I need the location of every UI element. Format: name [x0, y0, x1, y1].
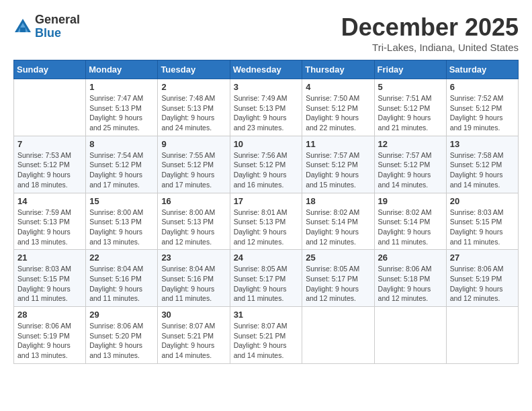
- title-block: December 2025 Tri-Lakes, Indiana, United…: [341, 13, 519, 53]
- calendar-week-row: 28Sunrise: 8:06 AM Sunset: 5:19 PM Dayli…: [14, 307, 519, 364]
- day-info: Sunrise: 8:04 AM Sunset: 5:16 PM Dayligh…: [161, 264, 226, 304]
- calendar-cell: 19Sunrise: 8:02 AM Sunset: 5:14 PM Dayli…: [374, 193, 446, 250]
- logo: General Blue: [13, 13, 80, 40]
- calendar-cell: 5Sunrise: 7:51 AM Sunset: 5:12 PM Daylig…: [374, 79, 446, 136]
- calendar-cell: 26Sunrise: 8:06 AM Sunset: 5:18 PM Dayli…: [374, 250, 446, 307]
- day-number: 11: [306, 139, 370, 149]
- weekday-header: Tuesday: [158, 60, 230, 79]
- svg-rect-2: [20, 28, 26, 32]
- day-number: 29: [89, 310, 154, 320]
- calendar-week-row: 7Sunrise: 7:53 AM Sunset: 5:12 PM Daylig…: [14, 136, 519, 193]
- day-info: Sunrise: 7:56 AM Sunset: 5:12 PM Dayligh…: [234, 150, 299, 190]
- weekday-header-row: SundayMondayTuesdayWednesdayThursdayFrid…: [14, 60, 519, 79]
- day-number: 1: [89, 82, 154, 92]
- day-number: 27: [450, 253, 515, 263]
- calendar-cell: 24Sunrise: 8:05 AM Sunset: 5:17 PM Dayli…: [230, 250, 302, 307]
- day-number: 31: [234, 310, 299, 320]
- day-info: Sunrise: 7:55 AM Sunset: 5:12 PM Dayligh…: [161, 150, 226, 190]
- weekday-header: Sunday: [14, 60, 86, 79]
- day-info: Sunrise: 8:02 AM Sunset: 5:14 PM Dayligh…: [378, 208, 443, 247]
- day-info: Sunrise: 8:06 AM Sunset: 5:18 PM Dayligh…: [378, 264, 443, 304]
- day-number: 10: [234, 139, 299, 149]
- calendar-cell: 9Sunrise: 7:55 AM Sunset: 5:12 PM Daylig…: [158, 136, 230, 193]
- day-number: 25: [306, 253, 370, 263]
- day-info: Sunrise: 8:06 AM Sunset: 5:19 PM Dayligh…: [450, 264, 515, 304]
- day-info: Sunrise: 7:51 AM Sunset: 5:12 PM Dayligh…: [378, 93, 443, 133]
- day-info: Sunrise: 7:50 AM Sunset: 5:12 PM Dayligh…: [306, 93, 370, 133]
- calendar-cell: [374, 307, 446, 364]
- day-info: Sunrise: 7:59 AM Sunset: 5:13 PM Dayligh…: [17, 208, 82, 247]
- day-info: Sunrise: 7:49 AM Sunset: 5:13 PM Dayligh…: [234, 93, 299, 133]
- day-number: 20: [450, 196, 515, 206]
- calendar-cell: 28Sunrise: 8:06 AM Sunset: 5:19 PM Dayli…: [14, 307, 86, 364]
- logo-general-text: General: [35, 13, 80, 27]
- day-info: Sunrise: 7:52 AM Sunset: 5:12 PM Dayligh…: [450, 93, 515, 133]
- calendar-cell: 21Sunrise: 8:03 AM Sunset: 5:15 PM Dayli…: [14, 250, 86, 307]
- calendar-cell: 8Sunrise: 7:54 AM Sunset: 5:12 PM Daylig…: [86, 136, 158, 193]
- day-info: Sunrise: 7:57 AM Sunset: 5:12 PM Dayligh…: [306, 150, 370, 190]
- day-info: Sunrise: 8:00 AM Sunset: 5:13 PM Dayligh…: [161, 208, 226, 247]
- day-info: Sunrise: 7:57 AM Sunset: 5:12 PM Dayligh…: [378, 150, 443, 190]
- day-info: Sunrise: 8:07 AM Sunset: 5:21 PM Dayligh…: [234, 321, 299, 361]
- day-number: 24: [234, 253, 299, 263]
- day-number: 18: [306, 196, 370, 206]
- calendar-cell: 15Sunrise: 8:00 AM Sunset: 5:13 PM Dayli…: [86, 193, 158, 250]
- logo-blue-text: Blue: [35, 27, 80, 40]
- day-number: 14: [17, 196, 82, 206]
- day-number: 23: [161, 253, 226, 263]
- page-header: General Blue December 2025 Tri-Lakes, In…: [13, 13, 519, 53]
- weekday-header: Wednesday: [230, 60, 302, 79]
- day-number: 26: [378, 253, 443, 263]
- day-info: Sunrise: 8:06 AM Sunset: 5:20 PM Dayligh…: [89, 321, 154, 361]
- calendar-cell: 3Sunrise: 7:49 AM Sunset: 5:13 PM Daylig…: [230, 79, 302, 136]
- location: Tri-Lakes, Indiana, United States: [341, 42, 519, 53]
- day-info: Sunrise: 7:47 AM Sunset: 5:13 PM Dayligh…: [89, 93, 154, 133]
- day-info: Sunrise: 7:58 AM Sunset: 5:12 PM Dayligh…: [450, 150, 515, 190]
- calendar-cell: 7Sunrise: 7:53 AM Sunset: 5:12 PM Daylig…: [14, 136, 86, 193]
- calendar-cell: 6Sunrise: 7:52 AM Sunset: 5:12 PM Daylig…: [446, 79, 518, 136]
- day-number: 12: [378, 139, 443, 149]
- calendar-cell: 25Sunrise: 8:05 AM Sunset: 5:17 PM Dayli…: [302, 250, 374, 307]
- day-number: 5: [378, 82, 443, 92]
- calendar-cell: 16Sunrise: 8:00 AM Sunset: 5:13 PM Dayli…: [158, 193, 230, 250]
- day-number: 16: [161, 196, 226, 206]
- day-info: Sunrise: 8:00 AM Sunset: 5:13 PM Dayligh…: [89, 208, 154, 247]
- calendar-cell: 31Sunrise: 8:07 AM Sunset: 5:21 PM Dayli…: [230, 307, 302, 364]
- calendar-cell: 2Sunrise: 7:48 AM Sunset: 5:13 PM Daylig…: [158, 79, 230, 136]
- day-number: 9: [161, 139, 226, 149]
- calendar-cell: [446, 307, 518, 364]
- day-number: 22: [89, 253, 154, 263]
- calendar-cell: 20Sunrise: 8:03 AM Sunset: 5:15 PM Dayli…: [446, 193, 518, 250]
- day-info: Sunrise: 8:05 AM Sunset: 5:17 PM Dayligh…: [306, 264, 370, 304]
- day-number: 6: [450, 82, 515, 92]
- day-info: Sunrise: 8:07 AM Sunset: 5:21 PM Dayligh…: [161, 321, 226, 361]
- day-info: Sunrise: 8:06 AM Sunset: 5:19 PM Dayligh…: [17, 321, 82, 361]
- day-info: Sunrise: 8:04 AM Sunset: 5:16 PM Dayligh…: [89, 264, 154, 304]
- day-info: Sunrise: 7:54 AM Sunset: 5:12 PM Dayligh…: [89, 150, 154, 190]
- day-number: 2: [161, 82, 226, 92]
- weekday-header: Saturday: [446, 60, 518, 79]
- day-info: Sunrise: 7:48 AM Sunset: 5:13 PM Dayligh…: [161, 93, 226, 133]
- calendar-cell: 17Sunrise: 8:01 AM Sunset: 5:13 PM Dayli…: [230, 193, 302, 250]
- weekday-header: Friday: [374, 60, 446, 79]
- calendar-cell: 13Sunrise: 7:58 AM Sunset: 5:12 PM Dayli…: [446, 136, 518, 193]
- day-number: 15: [89, 196, 154, 206]
- weekday-header: Thursday: [302, 60, 374, 79]
- logo-text: General Blue: [35, 13, 80, 40]
- day-number: 19: [378, 196, 443, 206]
- day-number: 8: [89, 139, 154, 149]
- calendar-cell: 14Sunrise: 7:59 AM Sunset: 5:13 PM Dayli…: [14, 193, 86, 250]
- day-number: 21: [17, 253, 82, 263]
- day-info: Sunrise: 7:53 AM Sunset: 5:12 PM Dayligh…: [17, 150, 82, 190]
- calendar-cell: 12Sunrise: 7:57 AM Sunset: 5:12 PM Dayli…: [374, 136, 446, 193]
- day-info: Sunrise: 8:03 AM Sunset: 5:15 PM Dayligh…: [450, 208, 515, 247]
- calendar-cell: 22Sunrise: 8:04 AM Sunset: 5:16 PM Dayli…: [86, 250, 158, 307]
- day-number: 3: [234, 82, 299, 92]
- calendar-cell: 18Sunrise: 8:02 AM Sunset: 5:14 PM Dayli…: [302, 193, 374, 250]
- calendar-cell: [302, 307, 374, 364]
- day-number: 4: [306, 82, 370, 92]
- calendar-table: SundayMondayTuesdayWednesdayThursdayFrid…: [13, 60, 519, 364]
- calendar-cell: [14, 79, 86, 136]
- calendar-cell: 30Sunrise: 8:07 AM Sunset: 5:21 PM Dayli…: [158, 307, 230, 364]
- calendar-cell: 29Sunrise: 8:06 AM Sunset: 5:20 PM Dayli…: [86, 307, 158, 364]
